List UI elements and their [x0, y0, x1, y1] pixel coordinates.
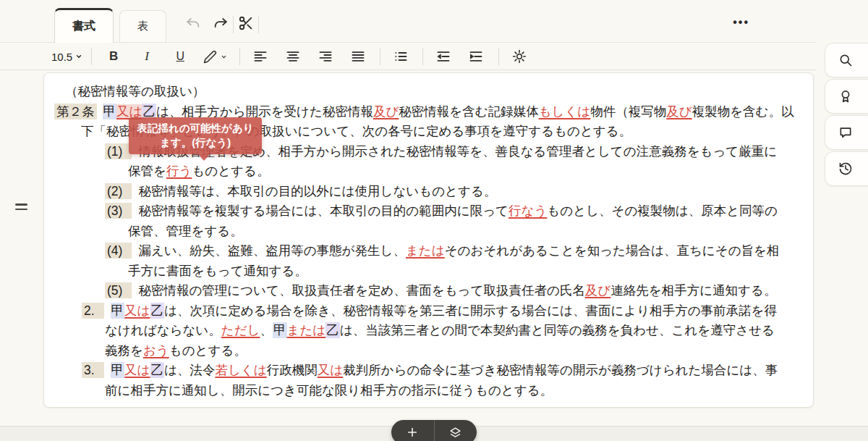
align-left-button[interactable]	[249, 46, 272, 67]
search-panel-button[interactable]	[825, 43, 868, 77]
scissors-icon	[238, 15, 254, 31]
add-button[interactable]	[391, 420, 434, 441]
top-divider-2	[258, 16, 259, 33]
tab-table-label: 表	[137, 20, 148, 33]
history-icon	[838, 161, 853, 176]
align-left-icon	[253, 49, 268, 64]
tab-format-label: 書式	[72, 19, 95, 34]
document-line: （秘密情報等の取扱い）	[44, 82, 806, 102]
document-line: 義務をおうものとする。	[44, 341, 806, 361]
align-justify-button[interactable]	[346, 46, 370, 67]
bullet-list-icon	[393, 49, 408, 64]
toolbar-divider-1	[91, 48, 92, 65]
font-size-value: 10.5	[51, 51, 72, 63]
format-toolbar: 10.5 B I U	[0, 43, 816, 70]
search-icon	[838, 53, 853, 67]
align-justify-icon	[351, 49, 365, 64]
italic-icon: I	[145, 49, 149, 64]
chevron-down-icon	[75, 53, 82, 60]
document-line: 2.甲又は乙は、次項に定める場合を除き、秘密情報等を第三者に開示する場合には、書…	[44, 301, 806, 322]
comments-panel-button[interactable]	[825, 115, 868, 150]
chevron-down-icon	[221, 54, 227, 60]
align-center-icon	[286, 49, 300, 64]
document-line: 3.甲又は乙は、法令若しくは行政機関又は裁判所からの命令に基づき秘密情報等の開示…	[44, 361, 806, 381]
outdent-button[interactable]	[432, 46, 455, 67]
toolbar-divider-2	[239, 48, 240, 65]
underline-icon: U	[176, 50, 184, 63]
drag-handle[interactable]	[15, 203, 27, 210]
outdent-icon	[436, 49, 451, 64]
document-line: 手方に書面をもって通知する。	[44, 261, 806, 282]
toolbar-divider-3	[380, 48, 380, 65]
history-panel-button[interactable]	[825, 151, 868, 186]
document-line: (4)漏えい、紛失、盗難、盗用等の事態が発生し、またはそのおそれがあることを知っ…	[44, 241, 806, 261]
pen-icon	[203, 50, 217, 64]
plus-icon	[407, 427, 418, 438]
document-line: (5)秘密情報の管理について、取扱責任者を定め、書面をもって取扱責任者の氏名及び…	[44, 281, 806, 301]
comment-icon	[838, 125, 853, 140]
ellipsis-icon: •••	[733, 16, 749, 28]
award-panel-button[interactable]	[825, 79, 868, 114]
redo-icon	[213, 15, 229, 31]
bold-button[interactable]: B	[102, 46, 125, 67]
layers-icon	[449, 427, 461, 439]
toolbar-divider-4	[422, 48, 423, 65]
tab-bar: 書式 表	[54, 8, 172, 42]
award-ribbon-icon	[838, 89, 853, 104]
layers-button[interactable]	[435, 420, 477, 441]
underline-button[interactable]: U	[169, 46, 192, 67]
tab-format[interactable]: 書式	[54, 8, 114, 43]
indent-button[interactable]	[464, 46, 488, 67]
settings-button[interactable]	[508, 46, 531, 67]
notation-warning-text: 表記揺れの可能性があります。(行なう)	[137, 122, 253, 148]
align-right-button[interactable]	[314, 46, 337, 67]
document-line: 保管を行うものとする。	[44, 161, 806, 182]
settings-gear-icon	[512, 49, 527, 64]
indent-icon	[469, 49, 483, 64]
more-menu-button[interactable]: •••	[733, 16, 749, 29]
undo-icon	[185, 15, 201, 31]
cut-button[interactable]	[234, 11, 258, 35]
top-bar: 書式 表 •••	[0, 0, 816, 43]
align-center-button[interactable]	[281, 46, 305, 67]
floating-action-bar	[391, 420, 477, 441]
undo-button[interactable]	[181, 11, 205, 35]
document-line: (3)秘密情報等を複製する場合には、本取引の目的の範囲内に限って行なうものとし、…	[44, 201, 806, 222]
document-line: なければならない。ただし、甲または乙は、当該第三者との間で本契約書と同等の義務を…	[44, 321, 806, 341]
toolbar-divider-5	[498, 48, 499, 65]
document-line: (2)秘密情報等は、本取引の目的以外には使用しないものとする。	[44, 182, 806, 202]
bullet-list-button[interactable]	[389, 46, 412, 67]
drag-handle-icon	[15, 203, 27, 210]
document-line: 保管、管理をする。	[44, 222, 806, 242]
notation-warning-tooltip: 表記揺れの可能性があります。(行なう)	[129, 117, 262, 154]
font-size-dropdown[interactable]: 10.5	[47, 48, 87, 66]
pen-color-dropdown[interactable]	[199, 44, 231, 69]
document-line: 前に相手方に通知し、開示につき可能な限り相手方の指示に従うものとする。	[44, 381, 806, 401]
align-right-icon	[318, 49, 333, 64]
tab-table[interactable]: 表	[119, 10, 166, 42]
bold-icon: B	[109, 49, 118, 64]
redo-button[interactable]	[208, 11, 233, 35]
italic-button[interactable]: I	[135, 46, 158, 67]
